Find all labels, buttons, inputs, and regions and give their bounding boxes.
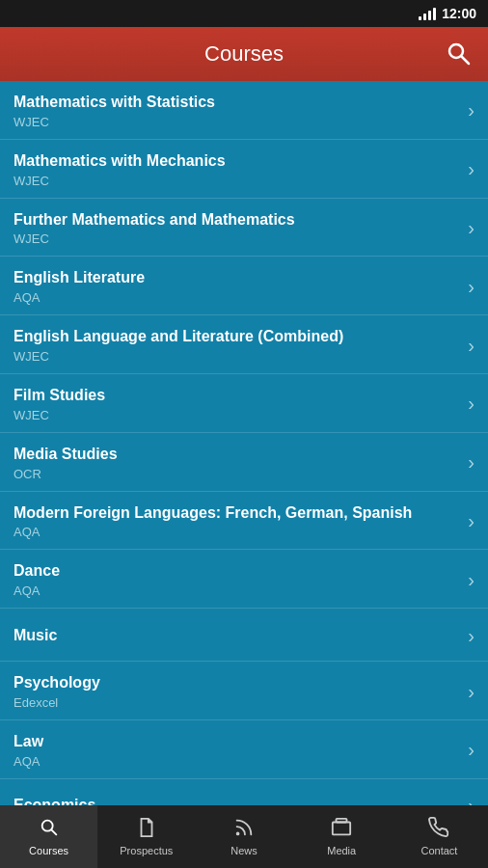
course-board: WJEC (14, 115, 458, 129)
chevron-right-icon: › (468, 335, 474, 357)
course-item[interactable]: Mathematics with Statistics WJEC › (0, 81, 488, 140)
course-item[interactable]: Law AQA › (0, 720, 488, 779)
course-info: Psychology Edexcel (14, 673, 458, 710)
signal-bar-2 (423, 14, 426, 20)
course-info: Economics (14, 796, 458, 805)
course-board: AQA (14, 290, 458, 305)
search-icon (39, 817, 60, 842)
nav-label: News (230, 845, 258, 856)
course-info: Further Mathematics and Mathematics WJEC (14, 210, 458, 247)
bottom-navigation: Courses Prospectus News Media Contact (0, 805, 488, 868)
course-name: Further Mathematics and Mathematics (14, 210, 458, 231)
app-header: Courses (0, 27, 488, 81)
course-info: English Literature AQA (14, 268, 458, 305)
course-name: Law (14, 732, 458, 752)
course-board: AQA (14, 754, 458, 769)
page-title: Courses (204, 41, 284, 67)
svg-point-4 (237, 833, 239, 835)
course-info: Film Studies WJEC (14, 386, 458, 422)
svg-line-1 (462, 57, 470, 65)
document-icon (136, 817, 157, 842)
search-icon (446, 41, 473, 68)
course-name: Economics (14, 796, 458, 805)
nav-item-prospectus[interactable]: Prospectus (97, 805, 195, 868)
course-name: Media Studies (14, 445, 458, 465)
course-item[interactable]: Film Studies WJEC › (0, 374, 488, 433)
nav-label: Prospectus (120, 845, 173, 856)
course-name: Psychology (14, 673, 458, 693)
course-info: Dance AQA (14, 561, 458, 598)
course-item[interactable]: Modern Foreign Languages: French, German… (0, 492, 488, 551)
chevron-right-icon: › (468, 276, 474, 298)
search-button[interactable] (440, 35, 478, 73)
course-name: Modern Foreign Languages: French, German… (14, 503, 458, 524)
chevron-right-icon: › (468, 510, 474, 532)
course-item[interactable]: Mathematics with Mechanics WJEC › (0, 140, 488, 199)
course-item[interactable]: English Literature AQA › (0, 257, 488, 315)
signal-bar-3 (428, 11, 431, 20)
course-info: Law AQA (14, 732, 458, 769)
chevron-right-icon: › (468, 681, 474, 703)
course-name: English Literature (14, 268, 458, 288)
course-info: Mathematics with Mechanics WJEC (14, 151, 458, 188)
course-name: Music (14, 626, 458, 646)
course-item[interactable]: English Language and Literature (Combine… (0, 315, 488, 374)
course-item[interactable]: Dance AQA › (0, 550, 488, 609)
svg-rect-5 (333, 823, 350, 835)
course-item[interactable]: Music › (0, 609, 488, 662)
signal-bar-4 (433, 8, 436, 20)
course-board: OCR (14, 467, 458, 481)
course-info: Modern Foreign Languages: French, German… (14, 503, 458, 540)
status-time: 12:00 (442, 6, 476, 21)
course-board: WJEC (14, 231, 458, 246)
rss-icon (233, 817, 255, 842)
nav-label: Media (327, 845, 356, 856)
signal-indicator (419, 7, 436, 20)
nav-item-news[interactable]: News (195, 805, 292, 868)
chevron-right-icon: › (468, 217, 474, 239)
course-name: Mathematics with Statistics (14, 93, 458, 113)
chevron-right-icon: › (468, 451, 474, 474)
chevron-right-icon: › (468, 393, 474, 415)
course-board: WJEC (14, 349, 458, 364)
chevron-right-icon: › (468, 795, 474, 805)
course-info: Media Studies OCR (14, 445, 458, 481)
course-item[interactable]: Further Mathematics and Mathematics WJEC… (0, 199, 488, 258)
course-board: AQA (14, 525, 458, 539)
media-icon (331, 817, 352, 842)
nav-item-contact[interactable]: Contact (391, 805, 488, 868)
course-name: English Language and Literature (Combine… (14, 327, 458, 347)
course-info: Music (14, 626, 458, 646)
course-board: WJEC (14, 174, 458, 188)
course-item[interactable]: Media Studies OCR › (0, 433, 488, 492)
course-board: WJEC (14, 408, 458, 422)
course-board: Edexcel (14, 695, 458, 710)
course-name: Dance (14, 561, 458, 582)
chevron-right-icon: › (468, 569, 474, 591)
chevron-right-icon: › (468, 99, 474, 122)
chevron-right-icon: › (468, 158, 474, 180)
nav-label: Courses (29, 845, 68, 856)
svg-line-3 (51, 829, 56, 834)
signal-bar-1 (419, 16, 421, 20)
phone-icon (428, 817, 449, 842)
status-bar: 12:00 (0, 0, 488, 27)
course-list: Mathematics with Statistics WJEC › Mathe… (0, 81, 488, 805)
chevron-right-icon: › (468, 739, 474, 761)
nav-item-courses[interactable]: Courses (0, 805, 97, 868)
course-item[interactable]: Economics › (0, 779, 488, 805)
nav-label: Contact (420, 845, 457, 856)
course-name: Film Studies (14, 386, 458, 406)
course-name: Mathematics with Mechanics (14, 151, 458, 172)
svg-rect-6 (337, 819, 347, 823)
course-board: AQA (14, 583, 458, 598)
chevron-right-icon: › (468, 625, 474, 647)
nav-item-media[interactable]: Media (293, 805, 391, 868)
course-info: Mathematics with Statistics WJEC (14, 93, 458, 129)
course-info: English Language and Literature (Combine… (14, 327, 458, 364)
course-item[interactable]: Psychology Edexcel › (0, 662, 488, 720)
